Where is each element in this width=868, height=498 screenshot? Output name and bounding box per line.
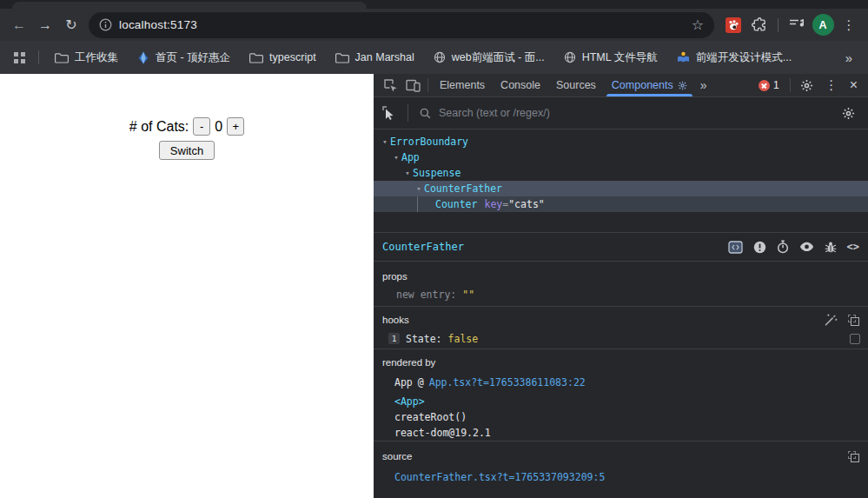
device-toolbar-icon[interactable] xyxy=(401,75,424,96)
more-tabs-icon[interactable]: » xyxy=(695,78,712,92)
stopwatch-icon[interactable] xyxy=(777,240,789,254)
expand-arrow-icon[interactable]: ▾ xyxy=(414,184,424,193)
rendered-by-section: rendered by App @ App.tsx?t=176533861108… xyxy=(374,349,868,442)
bookmark-label: 工作收集 xyxy=(75,50,118,65)
tab-elements[interactable]: Elements xyxy=(432,74,493,96)
tab-console[interactable]: Console xyxy=(493,74,548,96)
copy-source-icon[interactable] xyxy=(848,451,859,462)
bookmark-item[interactable]: Jan Marshal xyxy=(330,49,420,66)
forward-button[interactable]: → xyxy=(33,13,57,37)
bookmark-label: 前端开发设计模式... xyxy=(696,50,792,65)
components-search-row xyxy=(374,97,868,129)
bookmark-label: typescript xyxy=(269,51,316,63)
media-controls-icon[interactable] xyxy=(785,13,809,37)
hook-checkbox[interactable] xyxy=(850,334,860,344)
expand-arrow-icon[interactable]: ▾ xyxy=(380,137,390,146)
bookmark-label: HTML 文件导航 xyxy=(582,50,658,65)
owner-source-link[interactable]: App.tsx?t=1765338611083:22 xyxy=(429,376,586,388)
bookmark-item[interactable]: web前端面试 - 面... xyxy=(428,48,550,68)
inspect-dom-eye-icon[interactable] xyxy=(799,242,814,252)
address-bar[interactable]: localhost:5173 ☆ xyxy=(89,12,714,38)
tree-row-counter[interactable]: Counter key="cats" xyxy=(374,196,868,212)
props-section: props new entry: "" xyxy=(374,262,868,307)
root-element[interactable]: <App> xyxy=(394,395,425,408)
rendered-by-header: rendered by xyxy=(382,357,435,368)
reload-button[interactable]: ↻ xyxy=(59,13,83,37)
suspense-toggle-icon[interactable] xyxy=(728,241,743,254)
view-source-icon[interactable]: <> xyxy=(847,241,859,253)
extension-red-icon[interactable] xyxy=(721,13,745,37)
apps-grid-icon[interactable] xyxy=(10,45,28,70)
url-text[interactable]: localhost:5173 xyxy=(119,18,683,31)
hook-value[interactable]: false xyxy=(448,333,479,345)
parse-hook-names-wand-icon[interactable] xyxy=(824,314,838,327)
web-page: # of Cats: - 0 + Switch xyxy=(0,74,374,498)
tree-row-counterfather[interactable]: ▾ CounterFather xyxy=(374,181,868,196)
hooks-section: hooks 1 State: false xyxy=(374,307,868,349)
tab-sources[interactable]: Sources xyxy=(548,74,604,96)
key-attribute-name: key xyxy=(484,198,502,210)
component-source-link[interactable]: CounterFather.tsx?t=1765337093209:5 xyxy=(394,471,605,483)
bookmark-item[interactable]: 首页 - 顶好惠企 xyxy=(132,48,235,68)
cats-count-label: # of Cats: xyxy=(129,119,189,135)
reader-favicon xyxy=(677,51,690,63)
devtools-panel: Elements Console Sources Components » 1 xyxy=(374,74,868,498)
devtools-close-icon[interactable]: × xyxy=(845,77,863,93)
error-icon xyxy=(759,80,770,91)
tab-components[interactable]: Components xyxy=(604,74,695,96)
bookmark-label: web前端面试 - 面... xyxy=(452,50,545,65)
folder-icon xyxy=(335,52,349,63)
folder-icon xyxy=(249,52,263,63)
error-count-badge[interactable]: 1 xyxy=(753,79,785,91)
devtools-settings-gear-icon[interactable] xyxy=(796,75,818,96)
prop-value[interactable]: "" xyxy=(462,289,474,301)
components-search-input[interactable] xyxy=(439,107,829,119)
hooks-header: hooks xyxy=(382,315,409,325)
log-to-console-bug-icon[interactable] xyxy=(825,241,837,254)
back-button[interactable]: ← xyxy=(7,13,31,37)
hook-name[interactable]: State: xyxy=(406,333,442,345)
browser-menu-icon[interactable]: ⋮ xyxy=(837,13,861,37)
bookmark-item[interactable]: typescript xyxy=(244,49,321,66)
components-settings-gear-icon[interactable] xyxy=(837,103,859,123)
bookmark-label: Jan Marshal xyxy=(355,51,414,63)
tree-row-errorboundary[interactable]: ▾ ErrorBoundary xyxy=(374,134,868,149)
key-equals: = xyxy=(502,198,508,210)
devtools-menu-icon[interactable]: ⋮ xyxy=(820,75,843,96)
owner-name[interactable]: App xyxy=(394,376,413,388)
globe-favicon xyxy=(564,51,576,63)
toolbar-divider xyxy=(778,18,779,32)
tab-strip xyxy=(0,0,868,9)
expand-arrow-icon[interactable]: ▾ xyxy=(391,153,401,162)
component-tree: ▾ ErrorBoundary ▾ App ▾ Suspense ▾ Count… xyxy=(374,129,868,232)
bookmarks-divider xyxy=(38,50,39,64)
browser-window: ← → ↻ localhost:5173 ☆ xyxy=(0,0,868,498)
select-component-icon[interactable] xyxy=(382,106,396,120)
bookmark-star-icon[interactable]: ☆ xyxy=(690,17,706,33)
bookmarks-overflow-icon[interactable]: » xyxy=(840,50,858,65)
react-settings-gear-icon xyxy=(678,81,687,90)
expand-arrow-icon[interactable]: ▾ xyxy=(402,169,413,177)
bookmark-item[interactable]: HTML 文件导航 xyxy=(559,48,663,68)
active-tab[interactable] xyxy=(12,2,367,9)
folder-icon xyxy=(55,52,69,63)
source-header: source xyxy=(382,451,413,461)
copy-hooks-icon[interactable] xyxy=(848,315,859,326)
switch-button[interactable]: Switch xyxy=(159,141,215,160)
increment-button[interactable]: + xyxy=(227,117,244,136)
site-info-icon[interactable] xyxy=(99,18,112,31)
inspect-element-icon[interactable] xyxy=(379,75,401,96)
tree-row-app[interactable]: ▾ App xyxy=(374,149,868,165)
at-sign: @ xyxy=(418,376,424,388)
devtools-divider xyxy=(790,78,791,92)
bookmark-item[interactable]: 前端开发设计模式... xyxy=(672,48,797,68)
key-attribute-value: "cats" xyxy=(508,198,545,210)
prop-key[interactable]: new entry: xyxy=(396,289,456,301)
profile-avatar[interactable]: A xyxy=(811,13,835,37)
search-icon xyxy=(420,108,431,119)
extensions-puzzle-icon[interactable] xyxy=(747,13,772,37)
throw-error-icon[interactable] xyxy=(753,241,766,254)
bookmark-item[interactable]: 工作收集 xyxy=(50,48,123,68)
tree-row-suspense[interactable]: ▾ Suspense xyxy=(374,165,868,181)
decrement-button[interactable]: - xyxy=(193,117,210,136)
